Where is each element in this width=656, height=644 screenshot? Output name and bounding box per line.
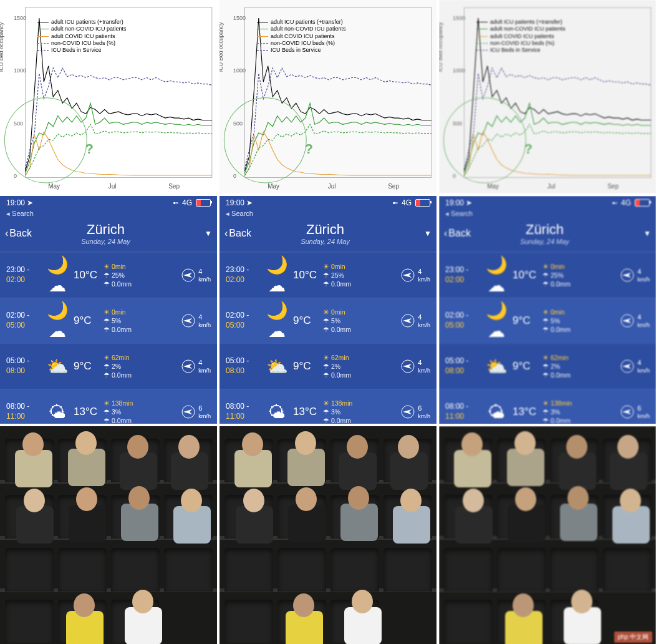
metrics: ☀ 0min☂ 25%☂ 0.0mm bbox=[543, 262, 620, 289]
weather-icon: 🌙☁ bbox=[261, 300, 293, 341]
y-tick: 1500 bbox=[14, 15, 26, 21]
clock: 19:00 ➤ bbox=[226, 198, 253, 207]
time-range: 08:00 -11:00 bbox=[445, 402, 480, 421]
wind: 4km/h bbox=[181, 268, 211, 283]
time-range: 08:00 -11:00 bbox=[6, 402, 41, 421]
weather-icon: ⛅ bbox=[480, 356, 513, 377]
forecast-row[interactable]: 23:00 -02:00 🌙☁ 10°C ☀ 0min☂ 25%☂ 0.0mm … bbox=[219, 252, 437, 298]
time-range: 23:00 -02:00 bbox=[226, 265, 261, 285]
icu-chart-clean: ICU Bed occupancy050010001500MayJulSepad… bbox=[0, 0, 217, 193]
metrics: ☀ 0min☂ 5%☂ 0.0mm bbox=[104, 308, 181, 334]
wind: 4km/h bbox=[620, 313, 650, 328]
metrics: ☀ 0min☂ 5%☂ 0.0mm bbox=[543, 308, 620, 334]
header: ‹BackZürichSunday, 24 May▼ bbox=[219, 219, 437, 252]
weather-icon: 🌙☁ bbox=[261, 255, 293, 296]
rollercoaster-photo-strong: php 中文网 bbox=[439, 426, 656, 644]
status-bar: 19:00 ➤▪▫4G bbox=[219, 196, 437, 210]
location-icon: ➤ bbox=[27, 198, 33, 207]
y-tick: 500 bbox=[14, 120, 23, 127]
date-subtitle: Sunday, 24 May bbox=[446, 238, 644, 245]
weather-app-strong: 19:00 ➤▪▫4G◂ Search‹BackZürichSunday, 24… bbox=[439, 196, 656, 424]
time-range: 08:00 -11:00 bbox=[226, 402, 261, 421]
city-title: Zürich bbox=[226, 222, 424, 238]
location-icon: ➤ bbox=[466, 198, 472, 207]
temperature: 13°C bbox=[74, 406, 104, 418]
forecast-row[interactable]: 23:00 -02:00 🌙☁ 10°C ☀ 0min☂ 25%☂ 0.0mm … bbox=[439, 252, 656, 298]
city-title: Zürich bbox=[7, 222, 205, 238]
svg-point-5 bbox=[443, 98, 526, 183]
y-axis-label: ICU Bed occupancy bbox=[439, 22, 443, 72]
time-range: 05:00 -08:00 bbox=[226, 356, 261, 376]
y-tick: 500 bbox=[453, 120, 462, 127]
dropdown-icon[interactable]: ▼ bbox=[424, 229, 432, 238]
figure-grid: ICU Bed occupancy050010001500MayJulSepad… bbox=[0, 0, 656, 644]
temperature: 9°C bbox=[293, 315, 323, 327]
dropdown-icon[interactable]: ▼ bbox=[205, 229, 212, 238]
forecast-row[interactable]: 02:00 -05:00 🌙☁ 9°C ☀ 0min☂ 5%☂ 0.0mm 4k… bbox=[219, 298, 437, 343]
forecast-list: 23:00 -02:00 🌙☁ 10°C ☀ 0min☂ 25%☂ 0.0mm … bbox=[219, 252, 437, 424]
icu-chart-strong: ICU Bed occupancy050010001500MayJulSepad… bbox=[439, 0, 656, 193]
network-label: 4G bbox=[621, 198, 631, 207]
temperature: 10°C bbox=[74, 269, 104, 281]
weather-icon: 🌙☁ bbox=[41, 300, 74, 341]
weather-app-clean: 19:00 ➤▪▫4G◂ Search‹BackZürichSunday, 24… bbox=[0, 196, 217, 424]
clock: 19:00 ➤ bbox=[6, 198, 33, 207]
x-tick: Jul bbox=[109, 183, 117, 190]
forecast-row[interactable]: 05:00 -08:00 ⛅ 9°C ☀ 62min☂ 2%☂ 0.0mm 4k… bbox=[219, 343, 437, 389]
forecast-row[interactable]: 02:00 -05:00 🌙☁ 9°C ☀ 0min☂ 5%☂ 0.0mm 4k… bbox=[0, 298, 217, 343]
temperature: 9°C bbox=[513, 360, 543, 373]
metrics: ☀ 0min☂ 25%☂ 0.0mm bbox=[104, 262, 181, 289]
location-icon: ➤ bbox=[246, 198, 253, 207]
wind: 6km/h bbox=[181, 404, 211, 419]
signal-icon: ▪▫ bbox=[612, 198, 617, 207]
forecast-list: 23:00 -02:00 🌙☁ 10°C ☀ 0min☂ 25%☂ 0.0mm … bbox=[0, 252, 217, 424]
weather-icon: ⛅ bbox=[41, 356, 74, 377]
metrics: ☀ 62min☂ 2%☂ 0.0mm bbox=[104, 353, 181, 380]
time-range: 23:00 -02:00 bbox=[445, 265, 480, 285]
forecast-row[interactable]: 23:00 -02:00 🌙☁ 10°C ☀ 0min☂ 25%☂ 0.0mm … bbox=[0, 252, 217, 298]
wind: 4km/h bbox=[181, 359, 211, 374]
battery-icon bbox=[635, 199, 650, 207]
date-subtitle: Sunday, 24 May bbox=[7, 238, 205, 245]
forecast-row[interactable]: 08:00 -11:00 🌤 13°C ☀ 138min☂ 3%☂ 0.0mm … bbox=[0, 389, 217, 424]
wind: 4km/h bbox=[400, 359, 430, 374]
weather-icon: ⛅ bbox=[261, 356, 293, 377]
annotation-question: ? bbox=[85, 141, 94, 157]
battery-icon bbox=[196, 199, 211, 207]
icu-chart-mild: ICU Bed occupancy050010001500MayJulSepad… bbox=[219, 0, 437, 193]
x-tick: Jul bbox=[328, 183, 336, 190]
y-tick: 0 bbox=[233, 173, 236, 179]
clock: 19:00 ➤ bbox=[445, 198, 472, 207]
forecast-row[interactable]: 08:00 -11:00 🌤 13°C ☀ 138min☂ 3%☂ 0.0mm … bbox=[219, 389, 437, 424]
time-range: 05:00 -08:00 bbox=[445, 356, 480, 376]
y-tick: 1500 bbox=[453, 15, 465, 21]
forecast-row[interactable]: 02:00 -05:00 🌙☁ 9°C ☀ 0min☂ 5%☂ 0.0mm 4k… bbox=[439, 298, 656, 343]
y-tick: 0 bbox=[453, 173, 456, 179]
x-tick: Sep bbox=[388, 183, 399, 190]
watermark: php 中文网 bbox=[614, 632, 652, 643]
dropdown-icon[interactable]: ▼ bbox=[644, 229, 651, 238]
y-tick: 500 bbox=[233, 120, 243, 127]
wind: 4km/h bbox=[400, 268, 430, 283]
temperature: 9°C bbox=[513, 315, 543, 327]
search-back[interactable]: ◂ Search bbox=[0, 210, 217, 219]
forecast-list: 23:00 -02:00 🌙☁ 10°C ☀ 0min☂ 25%☂ 0.0mm … bbox=[439, 252, 656, 424]
x-tick: May bbox=[268, 183, 279, 190]
svg-point-3 bbox=[224, 98, 306, 183]
temperature: 9°C bbox=[74, 360, 104, 373]
temperature: 10°C bbox=[293, 269, 323, 281]
search-back[interactable]: ◂ Search bbox=[439, 210, 656, 219]
network-label: 4G bbox=[182, 198, 192, 207]
y-axis-label: ICU Bed occupancy bbox=[219, 22, 224, 72]
chart-legend: adult ICU patients (+transfer)adult non-… bbox=[476, 19, 566, 54]
header: ‹BackZürichSunday, 24 May▼ bbox=[439, 219, 656, 252]
search-back[interactable]: ◂ Search bbox=[219, 210, 437, 219]
forecast-row[interactable]: 05:00 -08:00 ⛅ 9°C ☀ 62min☂ 2%☂ 0.0mm 4k… bbox=[439, 343, 656, 389]
forecast-row[interactable]: 08:00 -11:00 🌤 13°C ☀ 138min☂ 3%☂ 0.0mm … bbox=[439, 389, 656, 424]
annotation-question: ? bbox=[305, 141, 313, 157]
forecast-row[interactable]: 05:00 -08:00 ⛅ 9°C ☀ 62min☂ 2%☂ 0.0mm 4k… bbox=[0, 343, 217, 389]
weather-icon: 🌤 bbox=[261, 402, 293, 422]
x-tick: Jul bbox=[547, 183, 556, 190]
wind: 4km/h bbox=[181, 313, 211, 328]
network-label: 4G bbox=[402, 198, 412, 207]
